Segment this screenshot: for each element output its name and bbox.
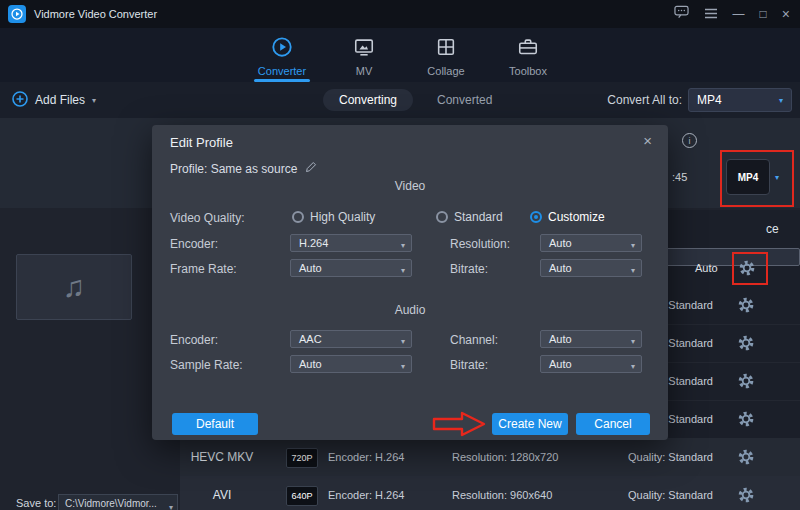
gear-icon (738, 411, 754, 427)
chevron-down-icon: ▾ (631, 263, 635, 279)
profile-resolution: Resolution: 1280x720 (452, 438, 558, 476)
audio-bitrate-value: Auto (549, 358, 572, 370)
sample-rate-value: Auto (299, 358, 322, 370)
convert-status-tabs: Converting Converted (323, 82, 492, 118)
profile-settings-button[interactable] (738, 335, 754, 351)
audio-encoder-label: Encoder: (170, 333, 218, 347)
chevron-down-icon: ▾ (401, 334, 405, 350)
video-quality-label: Video Quality: (170, 211, 245, 225)
chevron-down-icon: ▾ (401, 238, 405, 254)
tab-collage[interactable]: Collage (414, 28, 478, 82)
profile-settings-button[interactable] (739, 260, 755, 276)
info-icon[interactable]: i (682, 133, 697, 148)
tab-mv[interactable]: MV (332, 28, 396, 82)
app-window: Vidmore Video Converter — □ × Converter (0, 0, 800, 510)
audio-bitrate-label: Bitrate: (450, 358, 488, 372)
music-note-icon: ♫ (63, 270, 86, 304)
dialog-close-icon[interactable]: × (643, 132, 652, 149)
add-files-button[interactable]: Add Files ▾ (12, 82, 96, 118)
maximize-button[interactable]: □ (760, 8, 767, 20)
audio-encoder-value: AAC (299, 333, 322, 345)
plus-icon (12, 91, 28, 110)
radio-circle (292, 211, 304, 223)
toolbar: Add Files ▾ Converting Converted Convert… (0, 82, 800, 118)
convert-all-dropdown[interactable]: MP4 ▾ (688, 88, 792, 112)
radio-standard[interactable]: Standard (436, 210, 503, 224)
video-bitrate-value: Auto (549, 262, 572, 274)
chevron-down-icon: ▾ (401, 263, 405, 279)
video-encoder-select[interactable]: H.264 ▾ (290, 234, 412, 252)
video-section-heading: Video (152, 179, 668, 193)
chevron-down-icon: ▾ (169, 499, 173, 510)
profile-resolution: Resolution: 960x640 (452, 476, 552, 510)
profile-settings-button[interactable] (738, 297, 754, 313)
radio-customize[interactable]: Customize (530, 210, 605, 224)
titlebar: Vidmore Video Converter — □ × (0, 0, 800, 28)
default-button[interactable]: Default (172, 413, 258, 435)
radio-label: Customize (548, 210, 605, 224)
channel-value: Auto (549, 333, 572, 345)
minimize-button[interactable]: — (733, 8, 745, 20)
resolution-badge: 720P (286, 448, 318, 468)
app-logo-icon (8, 5, 26, 23)
tab-converter-label: Converter (258, 65, 306, 77)
radio-high-quality[interactable]: High Quality (292, 210, 375, 224)
profile-settings-button[interactable] (738, 373, 754, 389)
cancel-button[interactable]: Cancel (576, 413, 650, 435)
gear-icon (738, 373, 754, 389)
audio-encoder-select[interactable]: AAC ▾ (290, 330, 412, 348)
save-path-value: C:\Vidmore\Vidmor... (65, 498, 157, 509)
file-duration-fragment: :45 (672, 171, 687, 183)
menu-icon[interactable] (704, 5, 718, 23)
profile-line: Profile: Same as source (170, 161, 317, 176)
resolution-select[interactable]: Auto ▾ (540, 234, 642, 252)
channel-label: Channel: (450, 333, 498, 347)
tab-toolbox[interactable]: Toolbox (496, 28, 560, 82)
toolbox-icon (517, 36, 539, 62)
video-encoder-value: H.264 (299, 237, 328, 249)
profile-encoder: Encoder: H.264 (328, 438, 404, 476)
chevron-down-icon: ▾ (631, 359, 635, 375)
profile-row-hevc-mkv[interactable]: HEVC MKV 720P Encoder: H.264 Resolution:… (180, 438, 800, 477)
save-path-dropdown[interactable]: C:\Vidmore\Vidmor... ▾ (58, 494, 178, 510)
profile-quality: Quality: Standard (628, 438, 713, 476)
tab-converted[interactable]: Converted (437, 93, 492, 107)
edit-pencil-icon[interactable] (305, 161, 317, 176)
radio-circle (436, 211, 448, 223)
frame-rate-value: Auto (299, 262, 322, 274)
tab-converter[interactable]: Converter (250, 28, 314, 82)
create-new-button[interactable]: Create New (492, 413, 568, 435)
audio-bitrate-select[interactable]: Auto ▾ (540, 355, 642, 373)
sample-rate-select[interactable]: Auto ▾ (290, 355, 412, 373)
output-format-button[interactable]: MP4 ▾ (726, 157, 784, 197)
app-title: Vidmore Video Converter (34, 8, 157, 20)
gear-icon (738, 487, 754, 503)
frame-rate-label: Frame Rate: (170, 262, 237, 276)
gear-icon (738, 335, 754, 351)
chevron-down-icon: ▾ (631, 238, 635, 254)
collage-icon (435, 36, 457, 62)
profile-settings-button[interactable] (738, 487, 754, 503)
radio-label: Standard (454, 210, 503, 224)
save-to-label: Save to: (16, 497, 56, 509)
convert-all-label: Convert All to: (607, 93, 682, 107)
chevron-down-icon: ▾ (779, 96, 783, 105)
profile-name: HEVC MKV (180, 438, 264, 476)
feedback-icon[interactable] (674, 5, 689, 23)
frame-rate-select[interactable]: Auto ▾ (290, 259, 412, 277)
profile-settings-button[interactable] (738, 449, 754, 465)
file-thumbnail: ♫ (16, 254, 132, 320)
channel-select[interactable]: Auto ▾ (540, 330, 642, 348)
tab-collage-label: Collage (427, 65, 464, 77)
add-files-label: Add Files (35, 93, 85, 107)
chevron-down-icon: ▾ (401, 359, 405, 375)
profile-row-avi[interactable]: AVI 640P Encoder: H.264 Resolution: 960x… (180, 476, 800, 510)
chevron-down-icon: ▾ (92, 96, 96, 105)
resolution-value: Auto (549, 237, 572, 249)
profile-row-text-fragment: ce (766, 210, 779, 248)
video-bitrate-select[interactable]: Auto ▾ (540, 259, 642, 277)
tab-converting[interactable]: Converting (323, 89, 413, 111)
profile-encoder: Encoder: H.264 (328, 476, 404, 510)
profile-settings-button[interactable] (738, 411, 754, 427)
close-button[interactable]: × (782, 8, 790, 20)
